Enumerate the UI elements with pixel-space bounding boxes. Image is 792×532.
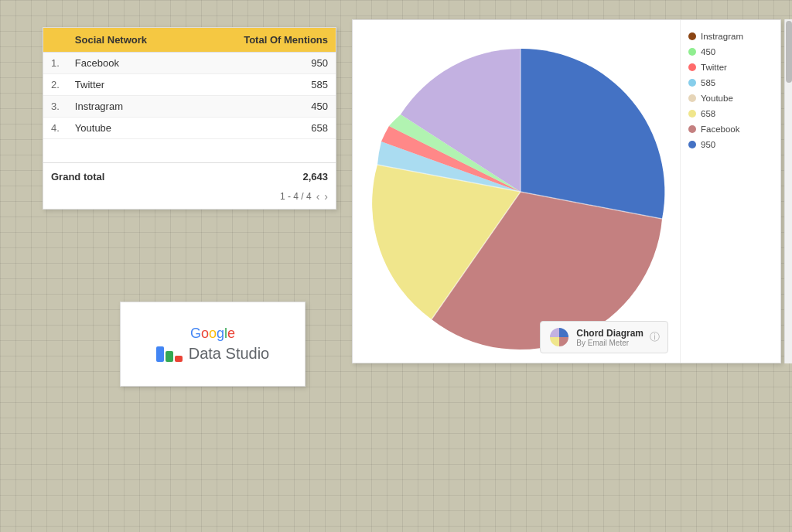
legend-label: Instragram [701,32,743,41]
legend-label: 950 [701,140,715,149]
legend-color-dot [688,94,696,102]
legend-item: 585 [688,78,773,87]
legend-item: Youtube [688,94,773,103]
legend-item: Instragram [688,32,773,41]
legend-label: 585 [701,78,715,87]
chord-scrollbar[interactable] [784,19,792,363]
chord-badge-sub: By Email Meter [576,339,644,347]
chord-diagram-badge: Chord Diagram By Email Meter ⓘ [540,321,668,353]
row-name: Youtube [67,118,193,139]
table-row: 1. Facebook 950 [43,53,336,74]
legend-color-dot [688,79,696,87]
pagination-prev-button[interactable]: ‹ [316,190,320,203]
table-row: 2. Twitter 585 [43,74,336,96]
data-studio-icon [156,346,183,362]
table-row: 3. Instragram 450 [43,96,336,118]
legend-label: 658 [701,109,715,118]
legend-label: 450 [701,47,715,56]
legend-color-dot [688,32,696,40]
google-text: Google [190,326,235,342]
table-col-empty [43,28,67,53]
chord-badge-icon [548,326,570,348]
table-col-total-mentions: Total Of Mentions [193,28,336,53]
legend-color-dot [688,141,696,148]
row-name: Twitter [67,74,193,96]
legend-color-dot [688,63,696,71]
legend-color-dot [688,125,696,133]
legend-item: 950 [688,140,773,149]
legend-item: Twitter [688,63,773,72]
legend-label: Facebook [701,124,740,134]
row-name: Instragram [67,96,193,118]
data-studio-row: Data Studio [156,345,270,363]
chord-legend: Instragram 450 Twitter 585 Youtube 658 F… [680,20,780,363]
legend-label: Youtube [701,94,733,103]
legend-label: Twitter [701,63,727,72]
row-index: 4. [43,118,67,139]
chord-scrollbar-thumb[interactable] [786,21,792,83]
legend-item: 450 [688,47,773,56]
row-value: 950 [193,53,336,74]
chord-badge-title: Chord Diagram [576,328,644,339]
grand-total-value: 2,643 [302,171,328,182]
row-index: 2. [43,74,67,96]
legend-color-dot [688,48,696,56]
table-row: 4. Youtube 658 [43,118,336,139]
row-index: 1. [43,53,67,74]
chord-chart-area [353,20,680,363]
grand-total-label: Grand total [51,171,104,182]
legend-color-dot [688,110,696,118]
google-data-studio-logo: Google Data Studio [120,302,306,387]
chord-diagram-widget: Instragram 450 Twitter 585 Youtube 658 F… [352,19,781,363]
row-name: Facebook [67,53,193,74]
table-col-social-network: Social Network [67,28,193,53]
row-index: 3. [43,96,67,118]
row-value: 450 [193,96,336,118]
data-studio-text: Data Studio [189,345,270,363]
legend-item: Facebook [688,124,773,134]
row-value: 658 [193,118,336,139]
chord-svg [370,33,671,350]
legend-item: 658 [688,109,773,118]
pagination-next-button[interactable]: › [324,190,328,203]
help-icon[interactable]: ⓘ [650,330,660,344]
social-network-table: Social Network Total Of Mentions 1. Face… [43,27,336,210]
pagination-text: 1 - 4 / 4 [280,191,312,202]
row-value: 585 [193,74,336,96]
